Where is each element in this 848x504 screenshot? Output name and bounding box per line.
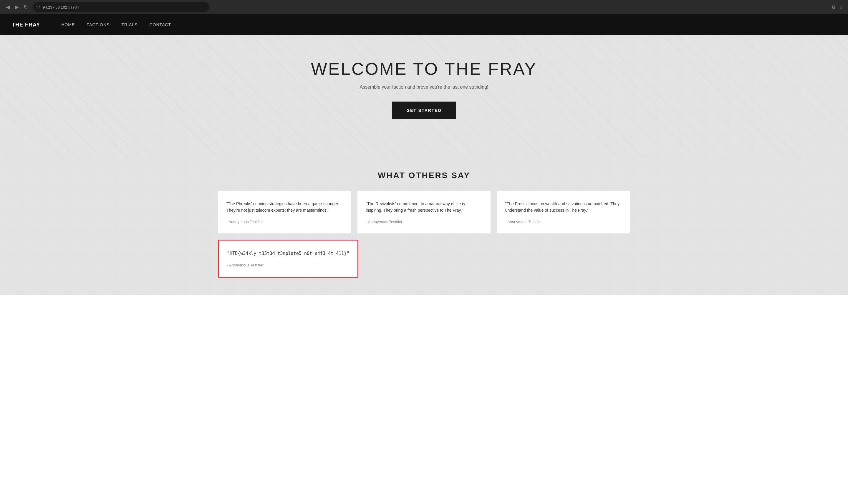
back-button[interactable]: ◀ — [5, 3, 11, 12]
browser-icons: ⚙ ☆ — [831, 4, 843, 10]
nav-item-factions[interactable]: FACTIONS — [87, 22, 110, 28]
nav-link-contact[interactable]: CONTACT — [149, 22, 171, 27]
testimonial-card-3: "The Profits' focus on wealth and salvat… — [497, 191, 630, 234]
hero-title: WELCOME TO THE FRAY — [6, 59, 842, 78]
empty-cell-2 — [500, 240, 630, 277]
address-bar[interactable]: 🛡 94.237.58.102:31984 — [33, 2, 209, 12]
site-logo[interactable]: THE FRAY — [12, 22, 40, 28]
testimonial-card-1: "The Phreaks' cunning strategies have be… — [218, 191, 351, 234]
testimonial-text-1: "The Phreaks' cunning strategies have be… — [227, 200, 343, 214]
testimonials-grid-row1: "The Phreaks' cunning strategies have be… — [218, 191, 630, 234]
nav-link-trials[interactable]: TRIALS — [121, 22, 138, 27]
flag-text: "HTB{w34kly_t35t3d_t3mplate5_n0t_s4f3_4t… — [227, 250, 349, 257]
navbar: THE FRAY HOME FACTIONS TRIALS CONTACT — [0, 14, 848, 35]
address-bar-text: 94.237.58.102:31984 — [43, 5, 79, 10]
get-started-button[interactable]: GET STARTED — [392, 102, 456, 119]
browser-chrome: ◀ ▶ ↻ 🛡 94.237.58.102:31984 ⚙ ☆ — [0, 0, 848, 14]
hero-subtitle: Assemble your faction and prove you're t… — [6, 85, 842, 90]
nav-item-home[interactable]: HOME — [61, 22, 75, 28]
empty-cell-1 — [364, 240, 494, 277]
section-title: WHAT OTHERS SAY — [12, 171, 836, 180]
testimonial-card-flag: "HTB{w34kly_t35t3d_t3mplate5_n0t_s4f3_4t… — [218, 240, 358, 277]
testimonial-author-3: - Anonymous Testifier — [505, 220, 621, 224]
nav-links: HOME FACTIONS TRIALS CONTACT — [61, 22, 171, 28]
testimonial-author-2: - Anonymous Testifier — [366, 220, 482, 224]
flag-author: - Anonymous Testifier — [227, 263, 349, 267]
forward-button[interactable]: ▶ — [14, 3, 20, 12]
bookmark-icon[interactable]: ☆ — [839, 4, 843, 10]
testimonials-section: WHAT OTHERS SAY "The Phreaks' cunning st… — [0, 159, 848, 295]
nav-item-trials[interactable]: TRIALS — [121, 22, 138, 28]
nav-item-contact[interactable]: CONTACT — [149, 22, 171, 28]
translate-icon[interactable]: ⚙ — [831, 4, 836, 10]
testimonial-card-2: "The Revivalists' commitment to a natura… — [357, 191, 490, 234]
reload-button[interactable]: ↻ — [22, 3, 29, 12]
testimonials-grid-row2: "HTB{w34kly_t35t3d_t3mplate5_n0t_s4f3_4t… — [218, 240, 630, 277]
testimonial-text-2: "The Revivalists' commitment to a natura… — [366, 200, 482, 214]
hero-section: WELCOME TO THE FRAY Assemble your factio… — [0, 35, 848, 159]
security-icon: 🛡 — [36, 5, 40, 10]
hero-content: WELCOME TO THE FRAY Assemble your factio… — [6, 59, 842, 119]
nav-link-home[interactable]: HOME — [61, 22, 75, 27]
nav-link-factions[interactable]: FACTIONS — [87, 22, 110, 27]
testimonial-text-3: "The Profits' focus on wealth and salvat… — [505, 200, 621, 214]
testimonial-author-1: - Anonymous Testifier — [227, 220, 343, 224]
browser-nav-buttons: ◀ ▶ ↻ — [5, 3, 29, 12]
